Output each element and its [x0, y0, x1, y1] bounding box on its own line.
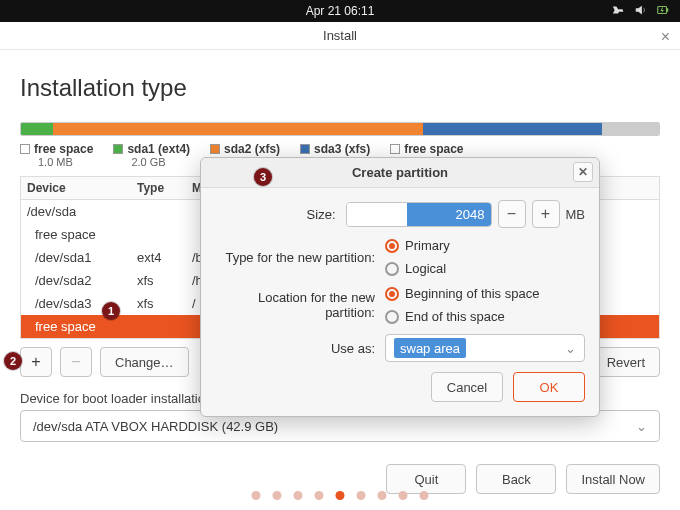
- size-value: 2048: [407, 203, 491, 226]
- legend-swatch: [390, 144, 400, 154]
- network-icon[interactable]: [612, 3, 626, 20]
- legend-item: sda1 (ext4)2.0 GB: [113, 142, 190, 168]
- size-decrement-button[interactable]: −: [498, 200, 526, 228]
- cell-device: free space: [27, 319, 137, 334]
- annotation-badge-3: 3: [254, 168, 272, 186]
- page-indicator: [252, 491, 429, 500]
- clock: Apr 21 06:11: [306, 4, 375, 18]
- create-partition-dialog: Create partition ✕ Size: 2048 − + MB Typ…: [200, 157, 600, 417]
- battery-icon[interactable]: [656, 3, 670, 20]
- legend-item: free space: [390, 142, 463, 156]
- legend-label: sda1 (ext4): [127, 142, 190, 156]
- disk-segment: [602, 123, 659, 135]
- legend-label: sda2 (xfs): [224, 142, 280, 156]
- dialog-title: Create partition: [352, 165, 448, 180]
- cell-type: xfs: [137, 273, 192, 288]
- cell-type: [137, 204, 192, 219]
- legend-label: free space: [34, 142, 93, 156]
- disk-segment: [53, 123, 423, 135]
- radio-logical[interactable]: Logical: [385, 261, 446, 276]
- page-title: Installation type: [20, 74, 660, 102]
- dialog-ok-button[interactable]: OK: [513, 372, 585, 402]
- radio-end[interactable]: End of this space: [385, 309, 505, 324]
- legend-swatch: [20, 144, 30, 154]
- col-type: Type: [137, 181, 192, 195]
- legend-label: free space: [404, 142, 463, 156]
- location-label: Location for the new partition:: [215, 290, 385, 320]
- legend-label: sda3 (xfs): [314, 142, 370, 156]
- useas-select[interactable]: swap area ⌄: [385, 334, 585, 362]
- legend-item: sda2 (xfs): [210, 142, 280, 156]
- legend-sub: 2.0 GB: [131, 156, 190, 168]
- annotation-badge-2: 2: [4, 352, 22, 370]
- cell-type: xfs: [137, 296, 192, 311]
- window-titlebar: Install ×: [0, 22, 680, 50]
- legend-swatch: [300, 144, 310, 154]
- disk-segment: [423, 123, 602, 135]
- revert-button[interactable]: Revert: [592, 347, 660, 377]
- volume-icon[interactable]: [634, 3, 648, 20]
- radio-primary[interactable]: Primary: [385, 238, 450, 253]
- legend-swatch: [113, 144, 123, 154]
- legend-sub: 1.0 MB: [38, 156, 93, 168]
- top-menubar: Apr 21 06:11: [0, 0, 680, 22]
- install-now-button[interactable]: Install Now: [566, 464, 660, 494]
- size-unit: MB: [566, 207, 586, 222]
- legend-swatch: [210, 144, 220, 154]
- legend-item: sda3 (xfs): [300, 142, 370, 156]
- dialog-cancel-button[interactable]: Cancel: [431, 372, 503, 402]
- cell-type: [137, 227, 192, 242]
- disk-segment: [21, 123, 53, 135]
- back-button[interactable]: Back: [476, 464, 556, 494]
- cell-type: ext4: [137, 250, 192, 265]
- legend-item: free space1.0 MB: [20, 142, 93, 168]
- window-title: Install: [323, 28, 357, 43]
- cell-device: /dev/sda3: [27, 296, 137, 311]
- cell-type: [137, 319, 192, 334]
- cell-device: /dev/sda1: [27, 250, 137, 265]
- cell-device: /dev/sda: [27, 204, 137, 219]
- chevron-down-icon: ⌄: [636, 419, 647, 434]
- size-increment-button[interactable]: +: [532, 200, 560, 228]
- remove-partition-button[interactable]: −: [60, 347, 92, 377]
- window-close-button[interactable]: ×: [661, 28, 670, 46]
- change-partition-button[interactable]: Change…: [100, 347, 189, 377]
- type-label: Type for the new partition:: [215, 250, 385, 265]
- size-label: Size:: [215, 207, 346, 222]
- dialog-close-button[interactable]: ✕: [573, 162, 593, 182]
- cell-device: /dev/sda2: [27, 273, 137, 288]
- annotation-badge-1: 1: [102, 302, 120, 320]
- radio-begin[interactable]: Beginning of this space: [385, 286, 539, 301]
- size-input[interactable]: 2048: [346, 202, 492, 227]
- bootloader-value: /dev/sda ATA VBOX HARDDISK (42.9 GB): [33, 419, 278, 434]
- disk-usage-bar: [20, 122, 660, 136]
- chevron-down-icon: ⌄: [565, 341, 576, 356]
- col-device: Device: [27, 181, 137, 195]
- quit-button[interactable]: Quit: [386, 464, 466, 494]
- add-partition-button[interactable]: +: [20, 347, 52, 377]
- svg-rect-1: [667, 8, 668, 12]
- cell-device: free space: [27, 227, 137, 242]
- useas-label: Use as:: [215, 341, 385, 356]
- useas-value: swap area: [394, 338, 466, 358]
